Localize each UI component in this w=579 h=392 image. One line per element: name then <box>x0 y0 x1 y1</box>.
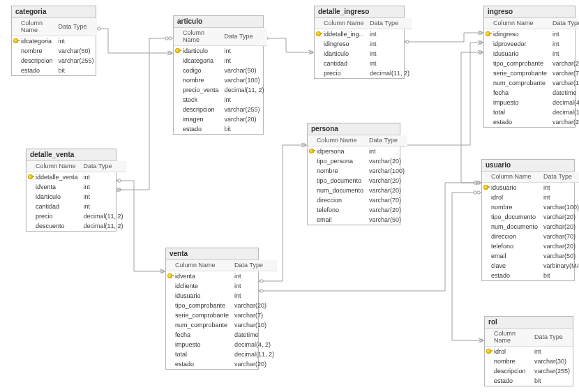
column-name: serie_comprobante <box>172 310 232 320</box>
column-row[interactable]: descripcionvarchar(255) <box>174 105 267 114</box>
entity-venta[interactable]: ventaColumn NameData Typeidventaintidcli… <box>165 248 259 370</box>
column-row[interactable]: estadovarchar(20) <box>166 359 277 369</box>
column-type: decimal(11, 2) <box>367 68 412 78</box>
column-row[interactable]: idpersonaint <box>308 146 407 157</box>
column-row[interactable]: idventaint <box>166 271 277 282</box>
column-row[interactable]: num_documentovarchar(20) <box>308 186 407 195</box>
column-row[interactable]: serie_comprobantevarchar(7) <box>166 310 277 320</box>
column-row[interactable]: direccionvarchar(70) <box>308 195 407 205</box>
column-row[interactable]: idusuarioint <box>482 183 579 193</box>
column-row[interactable]: idcategoriaint <box>12 36 97 47</box>
column-row[interactable]: precio_ventadecimal(11, 2) <box>174 85 267 95</box>
column-row[interactable]: totaldecimal(11, 2) <box>166 349 277 359</box>
column-row[interactable]: idrolint <box>485 347 573 357</box>
column-row[interactable]: telefonovarchar(20) <box>308 205 407 215</box>
column-row[interactable]: idproveedorint <box>484 39 579 49</box>
column-name: total <box>490 107 550 117</box>
column-row[interactable]: tipo_documentovarchar(20) <box>308 176 407 186</box>
column-row[interactable]: estadovarchar(20) <box>484 117 579 127</box>
column-row[interactable]: idcategoriaint <box>174 56 267 66</box>
entity-categoria[interactable]: categoriaColumn NameData Typeidcategoria… <box>11 6 96 76</box>
entity-ingreso[interactable]: ingresoColumn NameData Typeidingresointi… <box>483 6 576 128</box>
column-name: fecha <box>490 88 550 98</box>
column-row[interactable]: impuestodecimal(4, 2) <box>166 340 277 349</box>
column-row[interactable]: tipo_documentovarchar(20) <box>482 212 579 222</box>
column-row[interactable]: descripcionvarchar(255) <box>12 56 97 66</box>
column-row[interactable]: estadobit <box>482 271 579 280</box>
column-row[interactable]: nombrevarchar(50) <box>12 46 97 56</box>
column-row[interactable]: preciodecimal(11, 2) <box>27 211 126 221</box>
column-row[interactable]: nombrevarchar(100) <box>482 202 579 212</box>
column-row[interactable]: nombrevarchar(30) <box>485 356 573 366</box>
column-row[interactable]: serie_comprobantevarchar(7) <box>484 68 579 78</box>
entity-detalle_venta[interactable]: detalle_ventaColumn NameData Typeiddetal… <box>26 149 116 232</box>
column-type: varchar(100) <box>222 75 267 85</box>
primary-key-icon <box>309 149 314 153</box>
column-name: idventa <box>33 182 81 192</box>
entity-detalle_ingreso[interactable]: detalle_ingresoColumn NameData Typeiddet… <box>314 6 405 79</box>
column-row[interactable]: direccionvarchar(70) <box>482 232 579 241</box>
column-type: int <box>222 95 267 105</box>
column-row[interactable]: idingresoint <box>484 29 579 40</box>
column-row[interactable]: tipo_personavarchar(20) <box>308 156 407 166</box>
column-row[interactable]: imagenvarchar(20) <box>174 114 267 124</box>
primary-key-icon <box>175 48 180 53</box>
column-row[interactable]: idarticuloint <box>315 49 412 59</box>
column-row[interactable]: iddetalle_ing...int <box>315 29 412 40</box>
column-row[interactable]: idusuarioint <box>166 291 277 301</box>
column-name: estado <box>180 124 222 134</box>
header-column-name: Column Name <box>321 18 367 29</box>
entity-usuario[interactable]: usuarioColumn NameData Typeidusuariointi… <box>481 159 575 281</box>
column-type: varchar(20) <box>550 117 579 127</box>
column-row[interactable]: num_documentovarchar(20) <box>482 222 579 232</box>
column-name: descripcion <box>18 56 56 66</box>
column-type: int <box>232 291 277 301</box>
column-row[interactable]: tipo_comprobantevarchar(20) <box>484 59 579 68</box>
column-type: varchar(20) <box>550 59 579 68</box>
column-row[interactable]: nombrevarchar(100) <box>174 75 267 85</box>
column-row[interactable]: estadobit <box>12 66 97 75</box>
column-row[interactable]: emailvarchar(50) <box>482 251 579 261</box>
column-row[interactable]: fechadatetime <box>166 330 277 340</box>
column-type: int <box>367 39 412 49</box>
column-row[interactable]: idventaint <box>27 182 126 192</box>
column-row[interactable]: idusuarioint <box>484 49 579 59</box>
entity-persona[interactable]: personaColumn NameData Typeidpersonaintt… <box>307 123 400 225</box>
column-row[interactable]: idrolint <box>482 193 579 202</box>
column-row[interactable]: totaldecimal(11, 2) <box>484 107 579 117</box>
column-row[interactable]: estadobit <box>174 124 267 134</box>
column-row[interactable]: tipo_comprobantevarchar(20) <box>166 301 277 310</box>
column-row[interactable]: codigovarchar(50) <box>174 66 267 75</box>
column-row[interactable]: idclienteint <box>166 281 277 291</box>
column-row[interactable]: preciodecimal(11, 2) <box>315 68 412 78</box>
column-row[interactable]: estadobit <box>485 376 573 386</box>
column-type: int <box>367 49 412 59</box>
column-row[interactable]: descripcionvarchar(255) <box>485 366 573 376</box>
column-row[interactable]: emailvarchar(50) <box>308 215 407 225</box>
primary-key-icon <box>483 185 488 190</box>
entity-rol[interactable]: rolColumn NameData Typeidrolintnombrevar… <box>484 316 573 386</box>
column-row[interactable]: telefonovarchar(20) <box>482 241 579 251</box>
column-row[interactable]: descuentodecimal(11, 2) <box>27 221 126 231</box>
column-row[interactable]: num_comprobantevarchar(10) <box>484 78 579 88</box>
column-name: impuesto <box>490 98 550 107</box>
column-row[interactable]: stockint <box>174 95 267 105</box>
column-type: varchar(7) <box>550 68 579 78</box>
column-row[interactable]: num_comprobantevarchar(10) <box>166 320 277 330</box>
header-data-type: Data Type <box>222 28 267 46</box>
column-row[interactable]: clavevarbinary(MAX) <box>482 261 579 271</box>
column-row[interactable]: nombrevarchar(100) <box>308 166 407 176</box>
column-row[interactable]: impuestodecimal(4, 2) <box>484 98 579 107</box>
entity-articulo[interactable]: articuloColumn NameData Typeidarticuloin… <box>173 15 264 135</box>
column-row[interactable]: idarticuloint <box>174 46 267 56</box>
column-row[interactable]: cantidadint <box>27 202 126 211</box>
header-data-type: Data Type <box>366 135 407 146</box>
column-row[interactable]: idarticuloint <box>27 192 126 202</box>
column-row[interactable]: iddetalle_ventaint <box>27 172 126 183</box>
column-type: varchar(20) <box>541 212 579 222</box>
column-type: varchar(50) <box>366 215 407 225</box>
column-name: cantidad <box>321 59 367 68</box>
column-row[interactable]: cantidadint <box>315 59 412 68</box>
column-row[interactable]: fechadatetime <box>484 88 579 98</box>
column-row[interactable]: idingresoint <box>315 39 412 49</box>
